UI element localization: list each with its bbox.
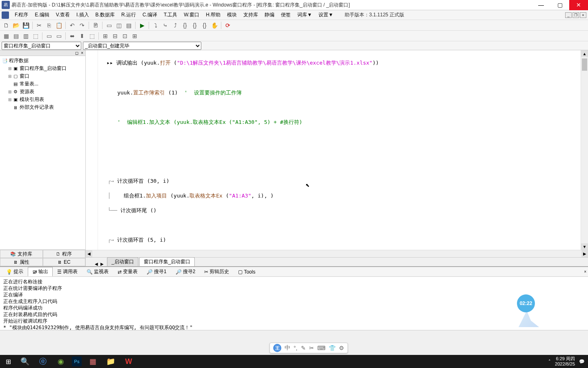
paste-icon[interactable]: 📋 (54, 21, 63, 30)
tb2-11-icon[interactable]: ⊟ (111, 31, 120, 40)
explorer-icon[interactable]: 📁 (102, 355, 119, 368)
sidebar-tab-support[interactable]: 📚支持库 (0, 250, 43, 258)
tb2-8-icon[interactable]: ⬍ (78, 31, 87, 40)
menu-edit[interactable]: E.编辑 (31, 11, 52, 19)
tray-up-icon[interactable]: ˄ (548, 359, 551, 364)
menu-dict[interactable]: 词库▼ (294, 11, 315, 19)
ime-edit-icon[interactable]: ✎ (301, 345, 306, 351)
tb2-2-icon[interactable]: ▤ (11, 31, 20, 40)
tb2-9-icon[interactable]: ⬚ (87, 31, 96, 40)
tree-root[interactable]: 📑 程序数据 (1, 57, 85, 65)
btab-vars[interactable]: ⇄变量表 (113, 267, 142, 276)
menu-tools[interactable]: T.工具 (160, 11, 180, 19)
scroll-down-icon[interactable]: ▼ (581, 243, 588, 250)
horizontal-scrollbar[interactable]: ◀ ▶ (86, 250, 588, 257)
tb2-10-icon[interactable]: ⊞ (101, 31, 110, 40)
clock-badge[interactable]: 02:22 (517, 294, 535, 312)
btab-clip[interactable]: ✂剪辑历史 (200, 267, 234, 276)
tab-next-icon[interactable]: ▶ (100, 262, 105, 266)
expand-icon[interactable]: ⊞ (7, 74, 12, 79)
menu-compile[interactable]: C.编译 (139, 11, 160, 19)
ime-skin-icon[interactable]: 👕 (329, 345, 336, 351)
sidebar-tab-program[interactable]: 🗋程序 (43, 250, 86, 258)
vertical-scrollbar[interactable]: ▲ ▼ (581, 50, 588, 250)
btab-search1[interactable]: 🔎搜寻1 (142, 267, 171, 276)
ime-cut-icon[interactable]: ✂ (309, 345, 314, 351)
mdi-close[interactable]: × (580, 12, 586, 18)
class-dropdown[interactable]: 窗口程序集_启动窗口 (2, 42, 81, 50)
mdi-minimize[interactable]: _ (565, 12, 572, 18)
find-icon[interactable]: 🖹 (91, 21, 100, 30)
scroll-up-icon[interactable]: ▲ (581, 50, 588, 57)
tab-prev-icon[interactable]: ◀ (94, 262, 99, 266)
editor-tab-assembly[interactable]: 窗口程序集_启动窗口 (139, 257, 195, 266)
output-pane[interactable]: 正在进行名称连接 正在统计需要编译的子程序 正在编译 正在生成主程序入口代码 程… (0, 277, 588, 330)
stepout-icon[interactable]: ⤴ (171, 21, 180, 30)
btab-tools[interactable]: ▢Tools (234, 268, 260, 276)
menu-database[interactable]: B.数据库 (92, 11, 118, 19)
tree-item-moduleref[interactable]: ⊞ ▣ 模块引用表 (1, 96, 85, 103)
expand-icon[interactable]: ⊞ (7, 90, 12, 94)
stepover-icon[interactable]: ⤵ (151, 21, 160, 30)
editor-tab-window[interactable]: _启动窗口 (107, 257, 138, 266)
menu-settings[interactable]: 设置▼ (315, 11, 336, 19)
ime-logo-icon[interactable]: 王 (273, 344, 281, 352)
method-dropdown[interactable]: _启动窗口_创建完毕 (83, 42, 201, 50)
menu-static[interactable]: 静编 (261, 11, 278, 19)
sidebar-close-icon[interactable]: × (80, 51, 85, 55)
layout2-icon[interactable]: ◫ (114, 21, 123, 30)
menu-program[interactable]: F.程序 (11, 11, 31, 19)
tb2-12-icon[interactable]: ⊡ (120, 31, 129, 40)
btab-hint[interactable]: 💡提示 (2, 267, 28, 276)
cut-icon[interactable]: ✂ (35, 21, 44, 30)
copy-icon[interactable]: ⎘ (45, 21, 53, 30)
code-content[interactable]: ▸▸ 调试输出 (yuuk.打开 ("D:\1解压文件夹\1易语言辅助教学\易语… (98, 50, 581, 250)
menu-support[interactable]: 支持库 (240, 11, 261, 19)
refresh-icon[interactable]: ⟳ (223, 21, 232, 30)
expand-icon[interactable]: ⊞ (7, 97, 12, 102)
tb2-6-icon[interactable]: ▭ (54, 31, 63, 40)
hand-icon[interactable]: ✋ (210, 21, 219, 30)
open-icon[interactable]: 📂 (11, 21, 20, 30)
tb2-13-icon[interactable]: ⊞ (130, 31, 139, 40)
sidebar-tab-ec[interactable]: 🗎EC (43, 258, 86, 266)
brace2-icon[interactable]: {} (190, 21, 199, 30)
run-icon[interactable]: ▶ (138, 21, 147, 30)
menu-module[interactable]: 模块 (224, 11, 240, 19)
tree-item-external[interactable]: 🗎 外部文件记录表 (1, 103, 85, 111)
menu-window[interactable]: W.窗口 (180, 11, 203, 19)
btab-calltable[interactable]: ☰调用表 (53, 267, 82, 276)
layout1-icon[interactable]: ▭ (105, 21, 114, 30)
browser-icon[interactable]: ◉ (52, 355, 69, 368)
save-icon[interactable]: 💾 (21, 21, 30, 30)
tb2-1-icon[interactable]: ▦ (2, 31, 11, 40)
start-button[interactable]: ⊞ (0, 355, 16, 368)
layout3-icon[interactable]: ▤ (124, 21, 133, 30)
tree-item-const[interactable]: ▤ 常量表... (1, 80, 85, 88)
search-icon[interactable]: 🔍 (16, 355, 33, 368)
code-editor[interactable]: ▸▸ 调试输出 (yuuk.打开 ("D:\1解压文件夹\1易语言辅助教学\易语… (86, 50, 588, 250)
notification-icon[interactable]: 💬 (579, 359, 585, 364)
brace3-icon[interactable]: {} (200, 21, 209, 30)
ie-icon[interactable]: ⓔ (34, 355, 51, 368)
menu-run[interactable]: R.运行 (118, 11, 139, 19)
tree-item-assembly[interactable]: ⊞ ▣ 窗口程序集_启动窗口 (1, 65, 85, 72)
btab-watch[interactable]: 🔍监视表 (82, 267, 113, 276)
project-tree[interactable]: 📑 程序数据 ⊞ ▣ 窗口程序集_启动窗口 ⊞ ▢ 窗口 ▤ 常量表... ⊞ … (0, 56, 85, 249)
menu-insert[interactable]: I.插入 (73, 11, 92, 19)
bottom-close-icon[interactable]: × (584, 269, 586, 274)
tree-item-resource[interactable]: ⊞ ⚙ 资源表 (1, 88, 85, 96)
ime-punct-icon[interactable]: °, (294, 345, 298, 351)
expand-icon[interactable]: ⊞ (7, 66, 12, 71)
tb2-4-icon[interactable]: ⬚ (31, 31, 40, 40)
ime-keyboard-icon[interactable]: ⌨ (317, 345, 325, 351)
menu-help[interactable]: H.帮助 (203, 11, 224, 19)
tb2-3-icon[interactable]: ▥ (21, 31, 30, 40)
stepin-icon[interactable]: ⤷ (161, 21, 170, 30)
menu-note[interactable]: 便签 (278, 11, 294, 19)
sidebar-pin-icon[interactable]: ◻ (74, 51, 80, 55)
menu-view[interactable]: V.查看 (53, 11, 73, 19)
new-icon[interactable]: 🗋 (2, 21, 11, 30)
undo-icon[interactable]: ↶ (68, 21, 77, 30)
ime-lang[interactable]: 中 (285, 344, 290, 352)
